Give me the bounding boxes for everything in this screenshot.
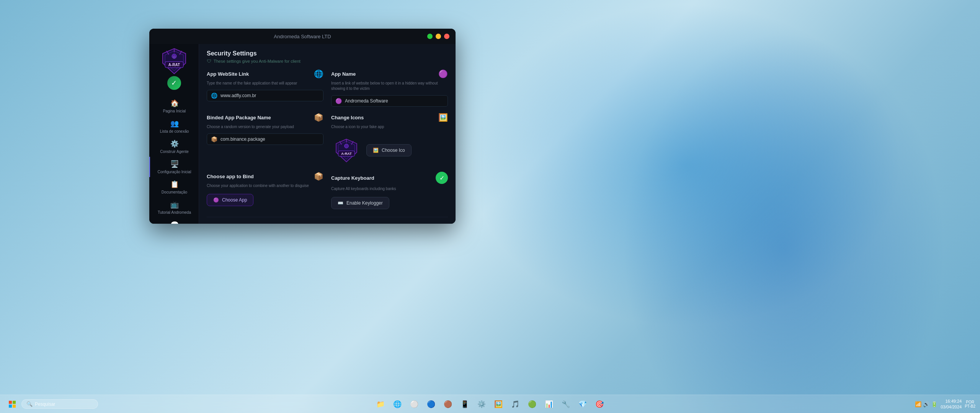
community-icon: 💬: [170, 221, 179, 224]
choose-app-header: Choose app to Bind 📦: [207, 172, 323, 181]
binded-package-label: Binded App Package Name: [207, 115, 271, 120]
taskbar-chrome[interactable]: ⚪: [407, 397, 422, 412]
sidebar-item-home[interactable]: 🏠 Pagina Inicial: [149, 96, 199, 116]
keylogger-btn-label: Enable Keylogger: [346, 200, 383, 206]
package-input-icon: 📦: [211, 136, 217, 142]
svg-rect-20: [13, 405, 16, 408]
app-website-input-wrap: 🌐: [207, 90, 323, 101]
security-settings-grid: App WebSite Link 🌐 Type the name of the …: [207, 69, 448, 219]
security-settings-subtitle: These settings give you Anti-Malware for…: [207, 59, 448, 64]
search-placeholder: Pesquisar: [35, 402, 55, 407]
choose-app-button[interactable]: 🟣 Choose App: [207, 194, 253, 206]
app-website-header: App WebSite Link 🌐: [207, 69, 323, 78]
sidebar: A-RAT ⬡ ✓ 🏠 Pagina Inicial 👥: [149, 44, 199, 224]
svg-text:⬡: ⬡: [173, 55, 175, 58]
capture-keyboard-toggle[interactable]: ✓: [436, 172, 448, 184]
app-name-input-wrap: 🟣: [331, 95, 448, 107]
config-icon: 🖥️: [170, 160, 179, 168]
app-window: Andromeda Software LTD A-R: [149, 29, 456, 224]
website-input-icon: 🌐: [211, 93, 217, 99]
app-body: A-RAT ⬡ ✓ 🏠 Pagina Inicial 👥: [149, 44, 456, 224]
app-name-input[interactable]: [345, 98, 444, 104]
taskbar-more2[interactable]: 📊: [541, 397, 557, 412]
svg-rect-17: [9, 401, 12, 404]
build-icon: ⚙️: [170, 140, 179, 148]
svg-rect-19: [9, 405, 12, 408]
taskbar-more1[interactable]: 🟢: [524, 397, 540, 412]
app-name-icon: 🟣: [438, 69, 448, 78]
window-title: Andromeda Software LTD: [274, 34, 331, 39]
clock-time: 16:49:24: [941, 398, 962, 404]
taskbar-search[interactable]: 🔍 Pesquisar: [21, 399, 98, 409]
sidebar-item-community[interactable]: 💬 Comunidade: [149, 218, 199, 224]
search-icon: 🔍: [26, 401, 33, 407]
app-name-group: App Name 🟣 Insert a link of website belo…: [331, 69, 448, 107]
image-icon: 🖼️: [438, 113, 448, 122]
taskbar-edge[interactable]: 🌐: [390, 397, 405, 412]
capture-keyboard-label: Capture Keyboard: [331, 175, 374, 181]
capture-keyboard-header: Capture Keyboard ✓: [331, 172, 448, 184]
sidebar-item-config[interactable]: 🖥️ Configuração Inicial: [149, 157, 199, 177]
taskbar-app3[interactable]: 📱: [457, 397, 472, 412]
svg-rect-18: [13, 401, 16, 404]
globe-icon: 🌐: [314, 69, 323, 78]
system-clock[interactable]: 16:49:24 03/04/2024: [941, 398, 962, 410]
icon-preview: A-RAT: [331, 135, 362, 166]
choose-app-desc: Choose your application to combine with …: [207, 183, 323, 189]
taskbar-app2[interactable]: 🟤: [440, 397, 456, 412]
logo-area: A-RAT ⬡ ✓: [159, 48, 189, 93]
image-btn-icon: 🖼️: [373, 148, 379, 153]
change-icons-desc: Choose a icon to your fake app: [331, 124, 448, 130]
taskbar-photos[interactable]: 🖼️: [491, 397, 506, 412]
app-website-desc: Type the name of the fake application th…: [207, 81, 323, 86]
taskbar-more5[interactable]: 🎯: [592, 397, 607, 412]
taskbar-more3[interactable]: 🔧: [558, 397, 573, 412]
capture-keyboard-group: Capture Keyboard ✓ Capture All keyboards…: [331, 172, 448, 209]
close-button[interactable]: [444, 34, 449, 39]
network-icon[interactable]: 📶: [915, 401, 921, 407]
choose-app-label: Choose app to Bind: [207, 174, 254, 179]
capture-keyboard-desc: Capture All keyboards including banks: [331, 186, 448, 192]
binded-package-header: Binded App Package Name 📦: [207, 113, 323, 122]
binded-package-input-wrap: 📦: [207, 133, 323, 145]
taskbar-more4[interactable]: 💎: [575, 397, 590, 412]
sidebar-label-home: Pagina Inicial: [163, 109, 186, 113]
taskbar: 🔍 Pesquisar 📁 🌐 ⚪ 🔵 🟤 📱 ⚙️ 🖼️ 🎵 🟢 📊 🔧 💎 …: [0, 395, 980, 413]
sidebar-item-tutorial[interactable]: 📺 Tutorial Andromeda: [149, 197, 199, 218]
sidebar-label-connections: Lista de conexão: [160, 129, 189, 133]
taskbar-file-explorer[interactable]: 📁: [373, 397, 388, 412]
home-icon: 🏠: [170, 99, 179, 107]
taskbar-settings[interactable]: ⚙️: [474, 397, 489, 412]
enable-keylogger-button[interactable]: ⌨️ Enable Keylogger: [331, 197, 389, 209]
maximize-button[interactable]: [427, 34, 433, 39]
volume-icon[interactable]: 🔊: [923, 401, 929, 407]
title-bar: Andromeda Software LTD: [149, 29, 456, 44]
app-website-link-group: App WebSite Link 🌐 Type the name of the …: [207, 69, 323, 107]
sidebar-item-build[interactable]: ⚙️ Construir Agente: [149, 137, 199, 157]
sidebar-label-config: Configuração Inicial: [158, 170, 191, 174]
taskbar-app1[interactable]: 🔵: [423, 397, 439, 412]
choose-ico-label: Choose Ico: [382, 148, 405, 153]
taskbar-right: 📶 🔊 🔋 16:49:24 03/04/2024 POR PT-B2: [915, 398, 975, 410]
binded-package-input[interactable]: [220, 137, 319, 142]
app-website-input[interactable]: [220, 93, 319, 98]
main-content: Security Settings These settings give yo…: [199, 44, 456, 224]
taskbar-music[interactable]: 🎵: [508, 397, 523, 412]
security-settings-header: Security Settings These settings give yo…: [207, 50, 448, 64]
choose-ico-button[interactable]: 🖼️ Choose Ico: [366, 144, 412, 156]
sidebar-item-docs[interactable]: 📋 Documentação: [149, 177, 199, 197]
change-icons-header: Change Icons 🖼️: [331, 113, 448, 122]
battery-icon[interactable]: 🔋: [931, 401, 938, 407]
logo-image: A-RAT ⬡: [159, 48, 189, 75]
start-button[interactable]: [5, 397, 20, 412]
app-name-label: App Name: [331, 71, 356, 77]
app-name-input-icon: 🟣: [335, 98, 342, 104]
avatar-check: ✓: [167, 76, 181, 90]
choose-app-btn-icon: 🟣: [213, 197, 219, 203]
svg-text:A-RAT: A-RAT: [341, 152, 352, 156]
keylogger-icon: ⌨️: [338, 200, 343, 206]
minimize-button[interactable]: [436, 34, 441, 39]
svg-point-16: [345, 144, 349, 148]
sidebar-item-connections[interactable]: 👥 Lista de conexão: [149, 116, 199, 137]
connections-icon: 👥: [170, 119, 179, 128]
